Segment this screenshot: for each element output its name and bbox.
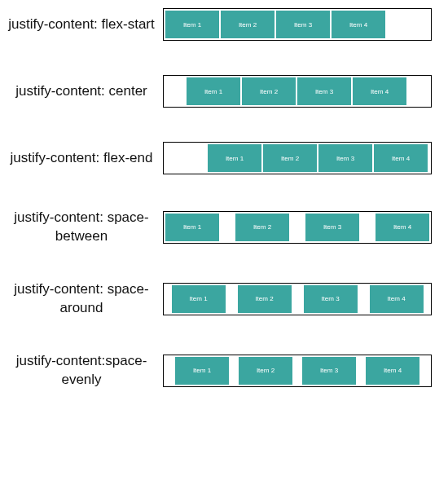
flex-item: Item 4 <box>366 357 419 385</box>
flex-item: Item 4 <box>370 285 424 313</box>
flex-item: Item 3 <box>304 285 358 313</box>
flex-container-flex-end: Item 1 Item 2 Item 3 Item 4 <box>163 142 432 174</box>
example-label: justify-content:space-evenly <box>0 352 163 390</box>
flex-container-flex-start: Item 1 Item 2 Item 3 Item 4 <box>163 8 432 41</box>
example-label: justify-content: center <box>0 82 163 101</box>
flex-item: Item 1 <box>187 77 240 105</box>
flex-item: Item 2 <box>235 214 289 241</box>
flex-item: Item 3 <box>318 144 372 172</box>
example-label: justify-content: flex-start <box>0 15 163 34</box>
example-row-center: justify-content: center Item 1 Item 2 It… <box>0 75 440 108</box>
flex-item: Item 3 <box>276 11 330 38</box>
flex-item: Item 2 <box>239 357 292 385</box>
example-row-space-around: justify-content: space-around Item 1 Ite… <box>0 280 440 318</box>
example-row-flex-end: justify-content: flex-end Item 1 Item 2 … <box>0 142 440 174</box>
flex-item: Item 1 <box>208 144 261 172</box>
flex-container-space-around: Item 1 Item 2 Item 3 Item 4 <box>163 283 432 315</box>
flex-item: Item 1 <box>172 285 226 313</box>
flex-container-center: Item 1 Item 2 Item 3 Item 4 <box>163 75 432 108</box>
example-row-space-evenly: justify-content:space-evenly Item 1 Item… <box>0 352 440 390</box>
flex-item: Item 4 <box>353 77 406 105</box>
flex-container-space-between: Item 1 Item 2 Item 3 Item 4 <box>163 211 432 244</box>
flex-item: Item 1 <box>175 357 229 385</box>
flex-item: Item 3 <box>297 77 351 105</box>
flex-item: Item 4 <box>332 11 385 38</box>
flex-item: Item 3 <box>302 357 356 385</box>
example-row-flex-start: justify-content: flex-start Item 1 Item … <box>0 8 440 41</box>
flex-container-space-evenly: Item 1 Item 2 Item 3 Item 4 <box>163 355 432 387</box>
flex-item: Item 2 <box>263 144 317 172</box>
flex-item: Item 2 <box>221 11 275 38</box>
flex-item: Item 1 <box>165 11 219 38</box>
flex-item: Item 4 <box>374 144 428 172</box>
flex-item: Item 4 <box>376 214 429 241</box>
example-row-space-between: justify-content: space-between Item 1 It… <box>0 209 440 246</box>
example-label: justify-content: space-between <box>0 209 163 246</box>
flex-item: Item 1 <box>165 214 219 241</box>
example-label: justify-content: flex-end <box>0 149 163 168</box>
flex-item: Item 2 <box>238 285 292 313</box>
flex-item: Item 2 <box>242 77 296 105</box>
flex-item: Item 3 <box>305 214 359 241</box>
example-label: justify-content: space-around <box>0 280 163 318</box>
